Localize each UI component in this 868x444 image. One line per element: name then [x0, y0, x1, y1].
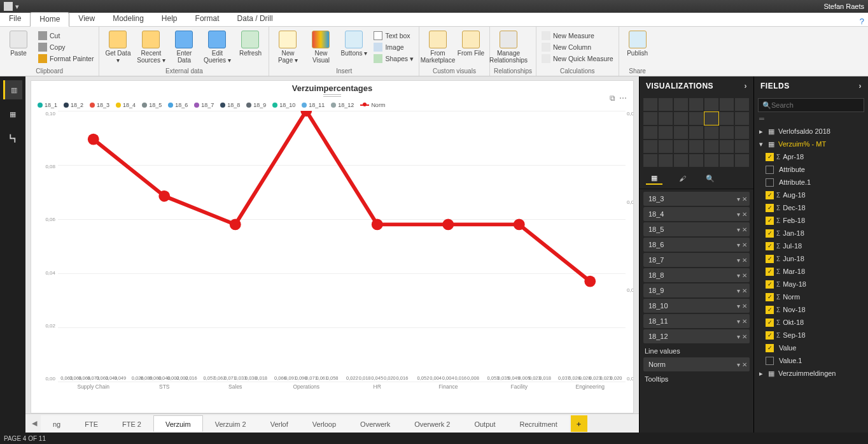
- pill-remove-icon[interactable]: ✕: [742, 241, 747, 248]
- legend-item[interactable]: 18_2: [64, 102, 83, 108]
- image-button[interactable]: Image: [372, 42, 415, 52]
- collapse-fields-icon[interactable]: ›: [859, 82, 862, 90]
- legend-item[interactable]: 18_8: [220, 102, 240, 108]
- page-tab[interactable]: Verzuim: [153, 415, 203, 432]
- legend-item[interactable]: 18_12: [331, 102, 354, 108]
- viz-type-icon[interactable]: [720, 140, 734, 153]
- field-item[interactable]: ✓ΣNorm: [757, 290, 865, 303]
- viz-type-icon[interactable]: [689, 126, 703, 139]
- field-item[interactable]: ✓ΣMay-18: [757, 278, 865, 290]
- legend-item[interactable]: 18_9: [246, 102, 266, 108]
- menu-tab-format[interactable]: Format: [186, 12, 228, 26]
- pill-remove-icon[interactable]: ✕: [742, 318, 747, 325]
- field-checkbox[interactable]: ✓: [766, 229, 774, 238]
- field-item[interactable]: ✓ΣApr-18: [757, 150, 865, 163]
- menu-tab-home[interactable]: Home: [30, 12, 69, 27]
- pill-remove-icon[interactable]: ✕: [742, 257, 747, 264]
- legend-item[interactable]: 18_5: [142, 102, 162, 108]
- viz-type-icon[interactable]: [689, 112, 703, 125]
- pill-dropdown-icon[interactable]: ▾: [737, 361, 740, 368]
- page-tab[interactable]: Verloop: [300, 415, 348, 432]
- viz-type-icon[interactable]: [659, 98, 673, 111]
- field-checkbox[interactable]: [766, 178, 774, 187]
- from-marketplace-button[interactable]: From Marketplace: [423, 29, 452, 64]
- page-tab[interactable]: ng: [41, 415, 73, 432]
- pill-dropdown-icon[interactable]: ▾: [737, 287, 740, 294]
- report-canvas[interactable]: Verzuimpercentages ⧉ ⋯ 18_118_218_318_41…: [31, 80, 634, 413]
- field-checkbox[interactable]: ✓: [766, 306, 774, 314]
- field-item[interactable]: ✓ΣFeb-18: [757, 214, 865, 227]
- viz-type-icon[interactable]: [720, 112, 734, 125]
- page-prev-button[interactable]: ◀: [28, 419, 41, 427]
- viz-type-icon[interactable]: [689, 154, 703, 167]
- search-input[interactable]: [771, 101, 860, 109]
- legend-item[interactable]: Norm: [360, 102, 385, 108]
- data-view-button[interactable]: ▦: [3, 104, 22, 124]
- field-table[interactable]: ▸▦Verzuimmeldingen: [757, 367, 865, 380]
- field-item[interactable]: Attribute: [757, 163, 865, 176]
- pill-dropdown-icon[interactable]: ▾: [737, 226, 740, 233]
- legend-item[interactable]: 18_11: [302, 102, 325, 108]
- legend-item[interactable]: 18_1: [38, 102, 57, 108]
- legend-item[interactable]: 18_4: [116, 102, 136, 108]
- viz-type-icon[interactable]: [659, 126, 673, 139]
- viz-type-icon[interactable]: [704, 112, 718, 125]
- field-checkbox[interactable]: ✓: [766, 293, 774, 301]
- viz-type-icon[interactable]: [720, 126, 734, 139]
- fields-mode-button[interactable]: ▦: [646, 172, 662, 185]
- visual-grip[interactable]: [323, 94, 341, 99]
- pill-dropdown-icon[interactable]: ▾: [737, 303, 740, 310]
- field-item[interactable]: ✓ΣSep-18: [757, 329, 865, 341]
- viz-type-icon[interactable]: [643, 126, 657, 139]
- legend-item[interactable]: 18_6: [168, 102, 188, 108]
- field-well-pill[interactable]: 18_7▾✕: [643, 253, 750, 267]
- viz-type-icon[interactable]: [659, 154, 673, 167]
- pill-dropdown-icon[interactable]: ▾: [737, 211, 740, 218]
- viz-type-icon[interactable]: [643, 140, 657, 153]
- field-checkbox[interactable]: ✓: [766, 344, 774, 352]
- viz-type-icon[interactable]: [735, 140, 749, 153]
- field-well-pill[interactable]: 18_3▾✕: [643, 192, 750, 206]
- qat-icon[interactable]: [4, 2, 13, 11]
- viz-type-icon[interactable]: [735, 154, 749, 167]
- collapse-viz-icon[interactable]: ›: [745, 82, 748, 90]
- menu-tab-modeling[interactable]: Modeling: [104, 12, 153, 26]
- focus-mode-icon[interactable]: ⧉: [610, 94, 615, 103]
- new-page-button[interactable]: New Page ▾: [273, 29, 302, 64]
- help-icon[interactable]: ?: [860, 17, 864, 26]
- viz-type-icon[interactable]: [704, 140, 718, 153]
- pill-remove-icon[interactable]: ✕: [742, 196, 747, 203]
- viz-type-icon[interactable]: [643, 98, 657, 111]
- drag-handle-icon[interactable]: ═: [754, 115, 868, 124]
- enter-data-button[interactable]: Enter Data: [169, 29, 199, 64]
- field-well-pill[interactable]: 18_5▾✕: [643, 222, 750, 236]
- field-item[interactable]: ✓ΣJan-18: [757, 227, 865, 240]
- viz-type-icon[interactable]: [704, 98, 718, 111]
- manage-relationships-button[interactable]: Manage Relationships: [494, 29, 523, 64]
- viz-type-icon[interactable]: [674, 154, 688, 167]
- pill-dropdown-icon[interactable]: ▾: [737, 257, 740, 264]
- cut-button[interactable]: Cut: [37, 31, 95, 41]
- field-checkbox[interactable]: ✓: [766, 268, 774, 276]
- field-item[interactable]: Value.1: [757, 354, 865, 367]
- more-options-icon[interactable]: ⋯: [619, 94, 627, 103]
- field-checkbox[interactable]: ✓: [766, 191, 774, 199]
- field-item[interactable]: ✓Value: [757, 341, 865, 354]
- field-well-pill[interactable]: 18_12▾✕: [643, 329, 750, 343]
- pill-remove-icon[interactable]: ✕: [742, 303, 747, 310]
- field-well-pill[interactable]: Norm▾✕: [643, 357, 750, 371]
- pill-dropdown-icon[interactable]: ▾: [737, 196, 740, 203]
- page-tab[interactable]: Verlof: [258, 415, 300, 432]
- viz-type-icon[interactable]: [659, 112, 673, 125]
- page-tab[interactable]: Output: [462, 415, 507, 432]
- field-well-pill[interactable]: 18_4▾✕: [643, 207, 750, 221]
- field-item[interactable]: ✓ΣJul-18: [757, 240, 865, 252]
- field-checkbox[interactable]: ✓: [766, 280, 774, 289]
- field-item[interactable]: ✓ΣJun-18: [757, 252, 865, 265]
- menu-tab-help[interactable]: Help: [153, 12, 186, 26]
- field-well-pill[interactable]: 18_10▾✕: [643, 299, 750, 313]
- field-checkbox[interactable]: [766, 357, 774, 365]
- viz-type-icon[interactable]: [689, 98, 703, 111]
- analytics-mode-button[interactable]: 🔍: [702, 172, 718, 185]
- copy-button[interactable]: Copy: [37, 42, 95, 52]
